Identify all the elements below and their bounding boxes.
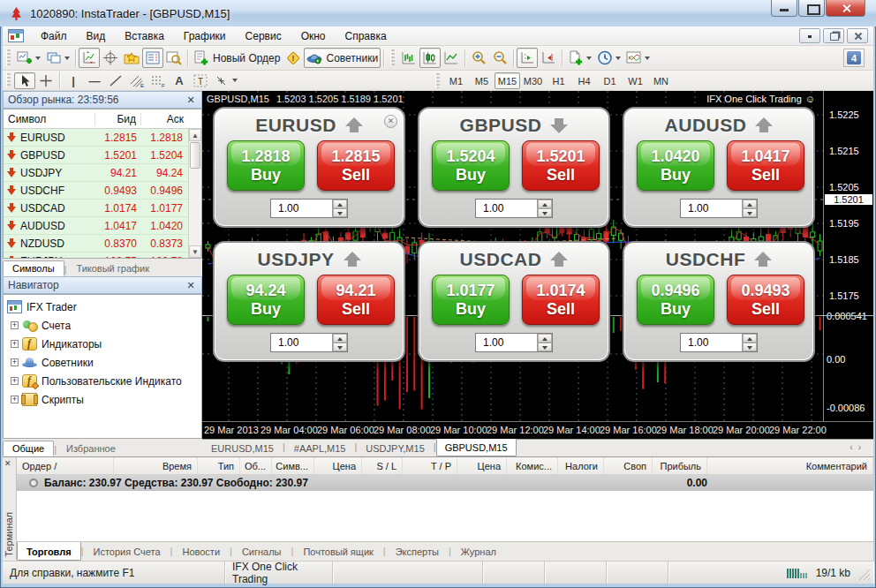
expand-icon[interactable]: + [11,321,19,329]
periods-button[interactable] [594,48,623,68]
cursor-tool-button[interactable] [14,72,35,89]
volume-spinner[interactable] [332,200,347,217]
market-watch-close-icon[interactable]: ✕ [185,94,197,106]
chart-tab[interactable]: EURUSD,M15 [202,440,283,456]
menu-item[interactable]: Вставка [115,27,174,45]
candlestick-chart-button[interactable] [419,48,441,68]
line-chart-button[interactable] [441,48,462,68]
expand-icon[interactable]: + [11,340,19,348]
terminal-column-header[interactable]: Прибыль [653,457,707,474]
terminal-column-header[interactable]: Цена [314,457,362,474]
chart-canvas[interactable]: 1.5201 1.52251.52151.52051.51951.51851.5… [202,91,873,421]
expand-icon[interactable]: + [11,396,19,403]
chart-shift-button[interactable] [517,48,538,68]
important-warning-icon[interactable]: ! [283,48,304,68]
volume-input[interactable]: 1.00 [680,333,758,352]
toolbar-grip[interactable] [435,73,440,87]
crosshair-tool-button[interactable] [35,72,57,89]
mdi-restore-button[interactable] [823,28,844,43]
volume-spinner[interactable] [332,334,347,351]
market-watch-scrollbar[interactable]: ▲ ▼ [188,129,201,258]
volume-input[interactable]: 1.00 [475,333,553,352]
balance-row[interactable]: Баланс: 230.97 Средства: 230.97 Свободно… [17,475,873,491]
market-row[interactable]: EURJPY120.75120.78 [4,253,188,258]
timeframe-button[interactable]: M30 [520,72,546,89]
tick-chart-button[interactable] [79,48,100,68]
terminal-column-header[interactable]: T / P [403,457,457,474]
terminal-column-header[interactable]: Время [114,457,198,474]
terminal-vertical-label[interactable]: Терминал [4,512,14,557]
timeframe-button[interactable]: D1 [597,72,623,89]
minimize-button[interactable] [771,0,797,17]
timeframe-button[interactable]: MN [648,72,674,89]
terminal-column-header[interactable]: Об... [240,457,272,474]
menu-item[interactable]: Файл [31,27,77,45]
sell-button[interactable]: 1.5201 Sell [522,140,600,191]
buy-button[interactable]: 1.0420 Buy [637,140,714,191]
terminal-tab[interactable]: Эксперты [386,542,449,561]
sell-button[interactable]: 1.0174 Sell [522,275,600,325]
terminal-tab[interactable]: Почтовый ящик [293,542,382,561]
trendline-tool-button[interactable] [105,72,126,89]
volume-spinner[interactable] [742,200,757,217]
menu-item[interactable]: Сервис [236,27,291,45]
menu-item[interactable]: Окно [291,27,336,45]
terminal-column-header[interactable]: Налоги [558,457,604,474]
volume-spinner[interactable] [742,334,757,351]
volume-spinner[interactable] [537,200,552,217]
terminal-column-header[interactable]: Цена [457,457,507,474]
buy-button[interactable]: 1.0177 Buy [432,275,510,325]
chart-tab[interactable]: USDJPY,M15 [357,440,433,456]
data-window-button[interactable] [163,48,185,68]
timeframe-button[interactable]: M1 [443,72,469,89]
toolbar-grip[interactable] [6,49,11,66]
expand-icon[interactable]: + [11,358,19,366]
favorites-button[interactable] [121,48,142,68]
market-row[interactable]: USDCHF0.94930.9496 [4,182,188,200]
timeframe-button[interactable]: H4 [571,72,597,89]
terminal-column-header[interactable]: Комис... [507,457,558,474]
buy-button[interactable]: 94.24 Buy [227,275,305,325]
market-watch-tab[interactable]: Тиковый график [66,260,159,276]
buy-button[interactable]: 1.5204 Buy [432,140,510,191]
sell-button[interactable]: 1.2815 Sell [317,140,395,191]
navigator-item[interactable]: +Советники [7,353,201,372]
maximize-button[interactable] [798,0,825,17]
terminal-column-header[interactable]: S / L [362,457,403,474]
navigator-root[interactable]: IFX Trader [7,298,201,316]
price-axis[interactable]: 1.5201 1.52251.52151.52051.51951.51851.5… [823,91,873,421]
templates-button[interactable] [565,48,594,68]
scroll-up-icon[interactable]: ▲ [189,129,201,141]
resize-grip[interactable] [858,569,870,580]
terminal-column-header[interactable]: Симв... [272,457,314,474]
terminal-column-header[interactable]: Ордер / [17,457,114,474]
terminal-close-icon[interactable]: ✕ [4,459,11,468]
buy-button[interactable]: 1.2818 Buy [227,140,305,191]
sell-button[interactable]: 94.21 Sell [317,275,395,325]
new-order-button[interactable]: Новый Ордер [191,48,283,68]
expert-advisors-button[interactable]: Советники [304,48,381,68]
terminal-tab[interactable]: История Счета [84,542,170,561]
terminal-tab[interactable]: Новости [172,542,230,561]
text-label-tool-button[interactable]: T [190,72,211,89]
tab-scroll-arrows[interactable]: ‹› [842,440,873,455]
sell-button[interactable]: 0.9493 Sell [727,275,804,325]
menu-item[interactable]: Графики [174,27,236,45]
navigator-tab[interactable]: Избранное [57,441,125,456]
terminal-column-header[interactable]: Своп [604,457,653,474]
fibonacci-tool-button[interactable]: F [147,72,169,89]
terminal-tab[interactable]: Торговля [17,542,81,561]
column-symbol[interactable]: Символ [4,113,95,125]
timeframe-button[interactable]: H1 [546,72,571,89]
terminal-tab[interactable]: Сигналы [232,542,291,561]
time-axis[interactable]: 29 Mar 201329 Mar 04:0029 Mar 06:0029 Ma… [202,421,873,439]
chart-tab[interactable]: #AAPL,M15 [285,440,355,456]
timeframe-button[interactable]: M5 [469,72,495,89]
equidistant-channel-tool-button[interactable]: E [126,72,147,89]
menu-item[interactable]: Справка [336,27,396,45]
market-row[interactable]: USDJPY94.2194.24 [4,164,188,182]
notifications-button[interactable]: 4 [843,49,865,67]
indicators-button[interactable] [623,48,653,68]
timeframe-button[interactable]: M15 [495,72,520,89]
column-bid[interactable]: Бид [95,113,141,125]
